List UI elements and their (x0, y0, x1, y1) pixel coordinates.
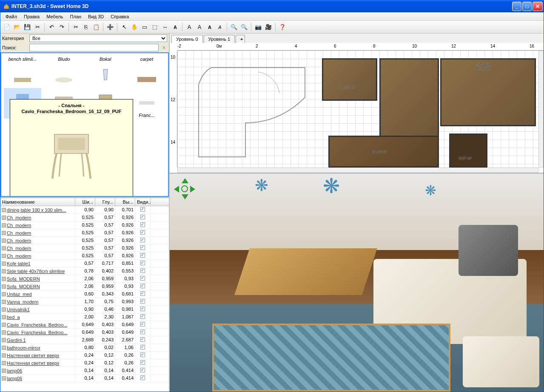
menubar: Файл Правка Мебель План Вид 3D Справка (0, 12, 544, 21)
category-label: Категория (2, 36, 28, 41)
plan-view[interactable]: -20м246810121416 101214 14,87 м² Гостина… (170, 43, 544, 173)
armchair-3d (459, 225, 518, 276)
room-icon[interactable]: ⬚ (150, 23, 159, 32)
chandelier-icon: ❋ (255, 176, 268, 195)
table-row[interactable]: bed_a2,002,301,087 (0, 313, 169, 321)
menu-3dview[interactable]: Вид 3D (85, 13, 107, 20)
furniture-catalog[interactable]: bench slimli... Bludo Bokal carpet Ca...… (0, 52, 169, 197)
nav-down-icon[interactable] (182, 194, 188, 199)
catalog-item[interactable]: Franc... (128, 88, 165, 119)
furniture-tooltip: - Спальня - Cavio_Francheska_Bedroom_16_… (10, 99, 133, 197)
tab-level0[interactable]: Уровень 0 (171, 35, 203, 43)
carpet-3d (212, 324, 450, 392)
table-row[interactable]: Ch_modern0,5250,570,926 (0, 252, 169, 260)
ruler-horizontal: -20м246810121416 (177, 43, 544, 51)
table-row[interactable]: Unitaz_med0,600,3430,681 (0, 290, 169, 298)
catalog-panel: Категория Все Поиск: ✕ bench slimli... B… (0, 34, 169, 198)
tab-add[interactable]: + (236, 35, 245, 43)
maximize-button[interactable]: □ (522, 2, 532, 11)
close-button[interactable]: ✕ (533, 2, 543, 11)
minimize-button[interactable]: _ (512, 2, 521, 11)
video-icon[interactable]: 🎥 (264, 23, 273, 32)
new-icon[interactable]: 📄 (2, 23, 11, 32)
table-row[interactable]: dining table 100 x 100 slim...0,900,900,… (0, 206, 169, 214)
zoom-out-icon[interactable]: 🔍 (229, 23, 239, 32)
chandelier-icon: ❋ (323, 174, 340, 198)
level-tabs: Уровень 0 Уровень 1 + (170, 34, 544, 43)
table-row[interactable]: Sofa_MODERN2,060,9590,93 (0, 275, 169, 283)
plan-scrollbar-h[interactable] (177, 168, 538, 173)
help-icon[interactable]: ❓ (278, 23, 287, 32)
pan-icon[interactable]: ✋ (130, 23, 139, 32)
table-row[interactable]: Umivalnik10,900,460,981 (0, 306, 169, 313)
nav-right-icon[interactable] (190, 186, 195, 193)
clear-search-icon[interactable]: ✕ (160, 45, 167, 51)
save-icon[interactable]: 💾 (23, 23, 32, 32)
table-row[interactable]: Ch_modern0,5250,570,926 (0, 237, 169, 244)
plan-scrollbar-v[interactable] (538, 51, 544, 168)
table-row[interactable]: bathroom-mirror0,800,021,06 (0, 344, 169, 352)
menu-plan[interactable]: План (67, 13, 85, 20)
table-row[interactable]: Kofe table10,570,7170,851 (0, 260, 169, 267)
table-3d (234, 248, 377, 295)
table-row[interactable]: Cavio_Francheska_Bedroo...0,6490,4030,64… (0, 329, 169, 336)
redo-icon[interactable]: ↷ (57, 23, 66, 32)
table-row[interactable]: lamp060,140,140,414 (0, 367, 169, 375)
text5-icon[interactable]: A (215, 23, 225, 32)
paste-icon[interactable]: 📋 (91, 23, 101, 32)
menu-file[interactable]: Файл (2, 13, 20, 20)
table-row[interactable]: Ch_modern0,5250,570,926 (0, 222, 169, 229)
text3-icon[interactable]: A (195, 23, 204, 32)
photo-icon[interactable]: 📷 (253, 23, 263, 32)
cut-icon[interactable]: ✂ (71, 23, 80, 32)
undo-icon[interactable]: ↶ (47, 23, 56, 32)
table-row[interactable]: Настенная светит вверх0,240,120,26 (0, 359, 169, 367)
category-select[interactable]: Все (29, 34, 167, 42)
table-row[interactable]: Sofa_MODERN2,060,9590,93 (0, 283, 169, 290)
catalog-item[interactable]: carpet (128, 56, 165, 86)
catalog-item[interactable]: Bokal (87, 56, 124, 86)
nav-center-icon[interactable] (181, 185, 188, 192)
add-furniture-icon[interactable]: ➕ (105, 23, 115, 32)
list-body[interactable]: dining table 100 x 100 slim...0,900,900,… (0, 206, 169, 392)
app-icon (3, 3, 10, 10)
copy-icon[interactable]: ⎘ (81, 23, 91, 32)
catalog-item[interactable]: bench slimli... (4, 56, 41, 86)
tooltip-category: - Спальня - (14, 103, 129, 108)
nav-up-icon[interactable] (182, 178, 188, 183)
catalog-item[interactable]: Bludo (45, 56, 83, 86)
zoom-in-icon[interactable]: 🔍 (239, 23, 249, 32)
text-icon[interactable]: A (171, 23, 180, 32)
search-input[interactable] (29, 44, 159, 51)
table-row[interactable]: Cavio_Francheska_Bedroo...0,6490,4030,64… (0, 321, 169, 329)
menu-help[interactable]: Справка (107, 13, 132, 20)
dimension-icon[interactable]: ↔ (160, 23, 170, 32)
wall-icon[interactable]: ▭ (140, 23, 149, 32)
nav-left-icon[interactable] (174, 186, 179, 193)
menu-edit[interactable]: Правка (20, 13, 43, 20)
table-row[interactable]: Side table 40x78cm slimline0,780,4020,55… (0, 267, 169, 275)
plan-canvas[interactable]: 14,87 м² Гостиная 42,04 м² 21,44 м² 8,57… (177, 51, 538, 168)
table-row[interactable]: lamp060,140,140,414 (0, 375, 169, 382)
select-icon[interactable]: ↖ (120, 23, 129, 32)
3d-view[interactable]: ❋ ❋ ❋ (170, 174, 544, 392)
text2-icon[interactable]: A (185, 23, 194, 32)
furniture-list: Наименование Ши... Глу... Вы... Види... … (0, 198, 169, 392)
table-row[interactable]: Ch_modern0,5250,570,926 (0, 244, 169, 252)
table-row[interactable]: Ch_modern0,5250,570,926 (0, 229, 169, 237)
list-header[interactable]: Наименование Ши... Глу... Вы... Види... (0, 198, 169, 206)
table-row[interactable]: Настенная светит вверх0,240,120,26 (0, 352, 169, 359)
table-row[interactable]: Ch_modern0,5250,570,926 (0, 214, 169, 222)
open-icon[interactable]: 📂 (12, 23, 22, 32)
tooltip-name: Cavio_Francheska_Bedroom_16_12_09_PUF (14, 109, 129, 114)
titlebar: INTER_3.sh3d - Sweet Home 3D _ □ ✕ (0, 0, 544, 12)
3d-nav-control[interactable] (174, 178, 195, 199)
table-row[interactable]: Gardini 12,6880,2432,687 (0, 336, 169, 344)
svg-rect-10 (58, 138, 85, 150)
table-row[interactable]: Vanna_modern1,700,750,993 (0, 298, 169, 306)
menu-furniture[interactable]: Мебель (43, 13, 66, 20)
prefs-icon[interactable]: ✂ (33, 23, 42, 32)
toolbar: 📄 📂 💾 ✂ ↶ ↷ ✂ ⎘ 📋 ➕ ↖ ✋ ▭ ⬚ ↔ A A A A A … (0, 21, 544, 34)
tab-level1[interactable]: Уровень 1 (204, 35, 235, 43)
text4-icon[interactable]: A (205, 23, 214, 32)
